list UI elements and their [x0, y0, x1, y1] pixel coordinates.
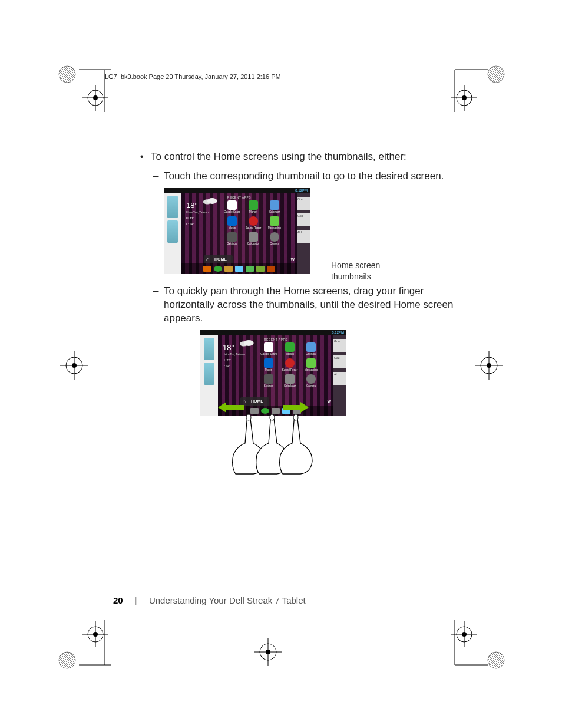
thumbnail-highlight-box: [196, 259, 286, 274]
registration-mark-icon: [46, 620, 111, 676]
right-panel: Goo Goo ALL: [333, 335, 346, 416]
callout-text-line: thumbnails: [331, 272, 371, 281]
app-label: Calendar: [266, 210, 283, 214]
registration-mark-icon: [471, 348, 507, 383]
app-label: Calculator: [282, 384, 298, 388]
settings-icon: [227, 232, 237, 242]
high-temp: H: 22°: [223, 358, 257, 363]
app-label: Calendar: [303, 353, 319, 356]
page-number: 20: [113, 595, 123, 605]
app-label: Settings: [260, 384, 277, 388]
figure-1: 8:12PM Goo Goo ALL RECENT APPS 18° Hsin-…: [164, 188, 454, 274]
svg-point-52: [270, 414, 275, 420]
app-label: Messaging: [303, 368, 319, 372]
hand-icon: [277, 414, 318, 476]
app-calendar: Calendar: [266, 200, 283, 214]
app-label: Sound Recor: [245, 226, 262, 230]
temperature: 18°: [223, 342, 257, 353]
status-bar: 8:12PM: [200, 330, 346, 335]
callout-label: Home screen thumbnails: [331, 260, 380, 282]
app-settings: Settings: [260, 374, 277, 388]
app-calculator: Calculator: [282, 374, 298, 388]
messaging-icon: [270, 216, 279, 226]
app-label: Google Searc: [224, 210, 240, 214]
app-label: Messaging: [266, 226, 283, 230]
registration-mark-icon: [448, 620, 518, 676]
registration-mark-icon: [448, 58, 518, 114]
low-temp: L: 14°: [186, 222, 220, 226]
right-card: Goo: [297, 213, 310, 226]
svg-marker-50: [283, 402, 309, 413]
app-music: Music: [224, 216, 240, 230]
market-icon: [249, 200, 258, 210]
gesture-illustration: [200, 409, 346, 474]
camera-icon: [306, 374, 316, 384]
footer-separator: |: [135, 595, 137, 605]
recent-apps-label: RECENT APPS: [264, 338, 287, 342]
svg-point-53: [293, 414, 298, 420]
status-bar: 8:12PM: [164, 188, 310, 193]
app-google-search: Google Searc: [224, 200, 240, 214]
app-label: Google Searc: [260, 353, 277, 356]
app-label: Sound Recor: [282, 368, 298, 372]
app-market: Market: [282, 342, 298, 356]
sound-recorder-icon: [285, 358, 295, 368]
camera-icon: [270, 232, 279, 242]
app-grid: Google Searc Market Calendar Music Sound…: [260, 342, 330, 390]
app-camera: Camera: [303, 374, 319, 388]
app-sound-recorder: Sound Recor: [245, 216, 262, 230]
music-icon: [264, 358, 273, 368]
page-footer: 20 | Understanding Your Dell Streak 7 Ta…: [113, 595, 306, 607]
settings-icon: [264, 374, 273, 384]
weather-widget: 18° Hsin-Tsu, Taiwan H: 22° L: 14°: [186, 200, 220, 226]
location: Hsin-Tsu, Taiwan: [223, 353, 257, 357]
registration-mark-icon: [250, 634, 286, 670]
app-sound-recorder: Sound Recor: [282, 358, 298, 372]
bullet-level-1: To control the Home screens using the th…: [135, 150, 454, 164]
w-tab: W: [288, 255, 297, 263]
right-panel: Goo Goo ALL: [297, 193, 310, 274]
app-music: Music: [260, 358, 277, 372]
google-search-icon: [227, 200, 237, 210]
high-temp: H: 22°: [186, 216, 220, 220]
svg-point-51: [246, 414, 251, 420]
bullet-text: To quickly pan through the Home screens,…: [164, 285, 453, 324]
app-grid: Google Searc Market Calendar Music Sound…: [224, 200, 293, 248]
app-messaging: Messaging: [266, 216, 283, 230]
weather-widget: 18° Hsin-Tsu, Taiwan H: 22° L: 14°: [223, 342, 257, 368]
app-label: Market: [282, 353, 298, 356]
section-title: Understanding Your Dell Streak 7 Tablet: [149, 595, 306, 605]
app-calculator: Calculator: [245, 232, 262, 246]
calendar-icon: [270, 200, 279, 210]
temperature: 18°: [186, 200, 220, 211]
location: Hsin-Tsu, Taiwan: [186, 210, 220, 215]
bullet-level-2: Touch the corresponding thumbnail to go …: [135, 170, 454, 183]
body-content: To control the Home screens using the th…: [135, 150, 454, 474]
app-label: Music: [224, 226, 240, 230]
app-label: Calculator: [245, 242, 262, 246]
right-card: Goo: [333, 339, 346, 352]
home-tab: HOME: [240, 397, 269, 405]
app-label: Camera: [303, 384, 319, 388]
app-messaging: Messaging: [303, 358, 319, 372]
figure-2: 8:12PM Goo Goo ALL RECENT APPS 18° Hsin-…: [200, 330, 346, 474]
app-settings: Settings: [224, 232, 240, 246]
app-label: Market: [245, 210, 262, 214]
svg-point-14: [488, 66, 504, 83]
market-icon: [285, 342, 295, 352]
bullet-text: Touch the corresponding thumbnail to go …: [164, 170, 444, 182]
music-icon: [227, 216, 237, 226]
registration-mark-icon: [57, 348, 92, 383]
svg-marker-49: [218, 402, 244, 413]
app-google-search: Google Searc: [260, 342, 277, 356]
arrow-left-icon: [218, 401, 244, 414]
app-label: Camera: [266, 242, 283, 246]
calculator-icon: [285, 374, 295, 384]
app-calendar: Calendar: [303, 342, 319, 356]
callout-line: [285, 266, 330, 266]
calendar-icon: [306, 342, 316, 352]
left-panel: [164, 193, 181, 274]
bullet-level-2: To quickly pan through the Home screens,…: [135, 285, 454, 325]
page: LG7_bk0.book Page 20 Thursday, January 2…: [0, 0, 562, 728]
w-tab: W: [325, 397, 333, 405]
